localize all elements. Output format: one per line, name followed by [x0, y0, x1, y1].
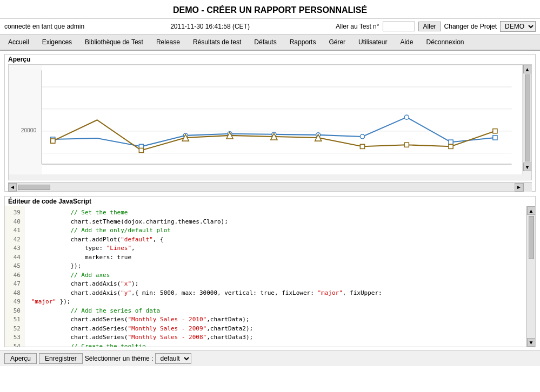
line-number: 39 [8, 208, 21, 218]
nav-item-déconnexion[interactable]: Déconnexion [420, 36, 470, 49]
code-line: // Add the only/default plot [28, 226, 523, 235]
save-button[interactable]: Enregistrer [39, 353, 83, 364]
nav-item-défauts[interactable]: Défauts [248, 36, 282, 49]
line-number: 43 [8, 244, 21, 253]
line-number: 45 [8, 262, 21, 271]
theme-select[interactable]: defaultclarotundrasoria [155, 353, 191, 364]
nav-item-aide[interactable]: Aide [394, 36, 419, 49]
code-line: // Add axes [28, 271, 523, 280]
svg-rect-27 [449, 144, 453, 148]
line-number: 51 [8, 315, 21, 325]
line-number: 41 [8, 226, 21, 235]
editor-container: 3940414243444546474849505152535455565758… [5, 206, 535, 347]
line-number: 50 [8, 307, 21, 316]
chart-scroll-up-button[interactable]: ▲ [523, 65, 532, 73]
editor-section: Éditeur de code JavaScript 3940414243444… [4, 196, 536, 347]
svg-rect-18 [493, 136, 497, 140]
bottom-toolbar: Aperçu Enregistrer Sélectionner un thème… [0, 350, 540, 366]
nav-item-release[interactable]: Release [150, 36, 186, 49]
code-area[interactable]: // Set the theme chart.setTheme(dojox.ch… [24, 206, 526, 347]
topbar-right: Aller au Test n° Aller Changer de Projet… [336, 21, 536, 32]
code-line: type: "Lines", [28, 244, 523, 253]
code-line: "major" }); [28, 298, 523, 307]
code-line: }); [28, 262, 523, 271]
nav-item-résultats-de-test[interactable]: Résultats de test [187, 36, 247, 49]
code-line: chart.addPlot("default", { [28, 235, 523, 245]
chart-scroll-down-button[interactable]: ▼ [523, 163, 532, 171]
chart-hscrollbar[interactable]: ◄ ► [8, 183, 532, 191]
line-number: 54 [8, 342, 21, 347]
editor-label: Éditeur de code JavaScript [5, 197, 535, 206]
nav-item-exigences[interactable]: Exigences [36, 36, 78, 49]
chart-vscrollbar[interactable]: ▲ ▼ [523, 65, 531, 171]
svg-rect-1 [9, 65, 42, 174]
chart-hscroll-thumb[interactable] [18, 185, 50, 190]
nav-item-rapports[interactable]: Rapports [284, 36, 322, 49]
goto-test-button[interactable]: Aller [418, 22, 441, 31]
chart-svg: 20000 [9, 65, 523, 174]
apercu-section: Aperçu 20000 [4, 54, 536, 192]
code-line: markers: true [28, 253, 523, 262]
editor-vscrollbar[interactable]: ▲ ▼ [526, 206, 535, 347]
nav-item-accueil[interactable]: Accueil [2, 36, 35, 49]
user-info: connecté en tant que admin [4, 23, 84, 30]
chart-scroll-left-button[interactable]: ◄ [8, 183, 17, 192]
code-line: chart.setTheme(dojox.charting.themes.Cla… [28, 218, 523, 227]
goto-test-input[interactable] [383, 22, 415, 31]
line-numbers: 3940414243444546474849505152535455565758… [5, 206, 24, 347]
chart-scroll-thumb[interactable] [525, 75, 530, 161]
page-header: DEMO - CRÉER UN RAPPORT PERSONNALISÉ [0, 0, 540, 18]
code-line: // Set the theme [28, 208, 523, 218]
page-title: DEMO - CRÉER UN RAPPORT PERSONNALISÉ [0, 5, 540, 15]
line-number: 46 [8, 271, 21, 280]
main-content: Aperçu 20000 [0, 51, 540, 350]
line-number: 53 [8, 333, 21, 342]
svg-rect-20 [139, 148, 143, 152]
chart-scroll-corner [523, 183, 532, 192]
svg-rect-25 [360, 144, 364, 148]
project-select[interactable]: DEMO [500, 21, 536, 32]
navbar: AccueilExigencesBibliothèque de TestRele… [0, 35, 540, 51]
svg-rect-17 [449, 140, 453, 144]
code-line: chart.addAxis("y",{ min: 5000, max: 3000… [28, 289, 523, 298]
code-line: // Create the tooltip [28, 342, 523, 347]
line-number: 48 [8, 289, 21, 298]
chart-scroll-right-button[interactable]: ► [515, 183, 523, 192]
svg-text:20000: 20000 [21, 127, 37, 133]
goto-test-label: Aller au Test n° [336, 23, 379, 30]
svg-point-15 [360, 134, 364, 139]
timestamp: 2011-11-30 16:41:58 (CET) [170, 23, 250, 30]
svg-rect-19 [51, 139, 55, 143]
svg-rect-28 [493, 129, 497, 133]
code-line: chart.addSeries("Monthly Sales - 2009",c… [28, 325, 523, 334]
line-number: 49 [8, 298, 21, 307]
apercu-button[interactable]: Aperçu [4, 353, 37, 364]
nav-item-utilisateur[interactable]: Utilisateur [352, 36, 393, 49]
svg-point-16 [404, 115, 409, 119]
editor-scroll-up-button[interactable]: ▲ [527, 206, 536, 215]
line-number: 42 [8, 235, 21, 245]
svg-rect-26 [404, 143, 409, 147]
apercu-chart: 20000 [8, 64, 532, 180]
code-line: chart.addAxis("x"); [28, 280, 523, 289]
nav-item-gérer[interactable]: Gérer [323, 36, 351, 49]
line-number: 47 [8, 280, 21, 289]
svg-rect-0 [9, 65, 523, 174]
change-project-label: Changer de Projet [444, 23, 497, 30]
apercu-label: Aperçu [5, 55, 535, 64]
code-line: chart.addSeries("Monthly Sales - 2008",c… [28, 333, 523, 342]
code-line: chart.addSeries("Monthly Sales - 2010",c… [28, 315, 523, 325]
topbar: connecté en tant que admin 2011-11-30 16… [0, 18, 540, 35]
nav-item-bibliothèque-de-test[interactable]: Bibliothèque de Test [79, 36, 149, 49]
line-number: 44 [8, 253, 21, 262]
editor-scroll-thumb[interactable] [529, 216, 534, 259]
theme-label: Sélectionner un thème : [85, 355, 154, 362]
code-line: // Add the series of data [28, 307, 523, 316]
line-number: 52 [8, 325, 21, 334]
line-number: 40 [8, 218, 21, 227]
editor-scroll-down-button[interactable]: ▼ [527, 338, 536, 347]
